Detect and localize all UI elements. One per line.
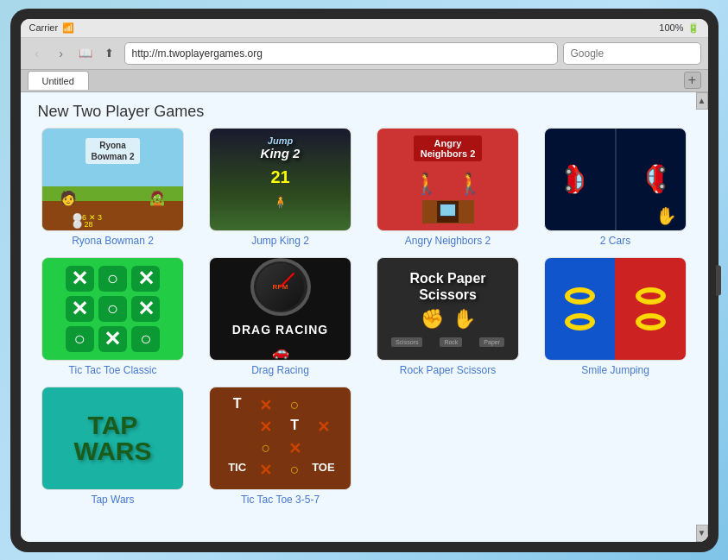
game-title-2-cars: 2 Cars <box>596 235 635 247</box>
game-title-tic-tac-toe-classic: Tic Tac Toe Classic <box>65 364 161 376</box>
game-thumb-tic-tac-toe-357: T ✕ ○ ✕ T ✕ ○ ✕ <box>209 387 351 490</box>
game-title-tic-tac-toe-357: Tic Tac Toe 3-5-7 <box>237 494 324 506</box>
game-title-angry-neighbors-2: Angry Neighbors 2 <box>401 235 495 247</box>
game-thumb-tap-wars: TAPWARS <box>41 387 184 490</box>
carrier-label: Carrier <box>29 22 59 33</box>
share-button[interactable]: ⬆ <box>100 44 119 63</box>
google-search[interactable] <box>563 42 701 65</box>
new-tab-button[interactable]: + <box>684 72 701 89</box>
ipad-screen: Carrier 📶 100% 🔋 ‹ › 📖 ⬆ Untitled + <box>21 19 708 542</box>
game-title-smile-jumping: Smile Jumping <box>577 364 654 376</box>
game-item-tic-tac-toe-357[interactable]: T ✕ ○ ✕ T ✕ ○ ✕ <box>202 387 359 506</box>
game-item-rock-paper-scissors[interactable]: Rock Paper Scissors ✊ ✋ Scissors Rock Pa… <box>370 257 527 376</box>
back-button[interactable]: ‹ <box>28 44 47 63</box>
game-thumb-drag-racing: RPM DRAG RACING 🚗 <box>209 257 351 361</box>
battery-percent: 100% <box>659 22 683 33</box>
ipad-frame: Carrier 📶 100% 🔋 ‹ › 📖 ⬆ Untitled + <box>10 9 719 552</box>
bookmark-button[interactable]: 📖 <box>76 44 95 63</box>
games-grid: RyonaBowman 2 🧑 🧟 ⚪6 ✕ 3 ⚪ 28 Ryona Bowm… <box>21 128 708 519</box>
game-item-ryona-bowman-2[interactable]: RyonaBowman 2 🧑 🧟 ⚪6 ✕ 3 ⚪ 28 Ryona Bowm… <box>35 128 192 247</box>
battery-icon: 🔋 <box>687 22 700 34</box>
section-title: New Two Player Games <box>21 92 708 128</box>
game-item-angry-neighbors-2[interactable]: AngryNeighbors 2 🚶 🚶 Angry Neighbors <box>370 128 527 247</box>
game-item-jump-king-2[interactable]: Jump King 2 21 🧍 Jump King 2 <box>202 128 359 247</box>
game-item-drag-racing[interactable]: RPM DRAG RACING 🚗 Drag Racing <box>202 257 359 376</box>
game-item-tap-wars[interactable]: TAPWARS Tap Wars <box>35 387 192 506</box>
game-item-smile-jumping[interactable]: Smile Jumping <box>537 257 694 376</box>
page-content[interactable]: ▲ New Two Player Games RyonaBowman 2 🧑 🧟 <box>21 92 708 542</box>
status-left: Carrier 📶 <box>29 22 75 34</box>
game-thumb-angry-neighbors-2: AngryNeighbors 2 🚶 🚶 <box>377 128 519 231</box>
game-title-rock-paper-scissors: Rock Paper Scissors <box>396 364 500 376</box>
game-title-tap-wars: Tap Wars <box>86 494 138 506</box>
game-title-drag-racing: Drag Racing <box>247 364 313 376</box>
game-thumb-smile-jumping <box>544 257 687 361</box>
active-tab[interactable]: Untitled <box>28 71 89 90</box>
game-thumb-jump-king-2: Jump King 2 21 🧍 <box>209 128 351 231</box>
game-item-tic-tac-toe-classic[interactable]: ✕ ○ ✕ ✕ ○ ✕ ○ ✕ ○ Tic Tac Toe Classic <box>35 257 192 376</box>
game-thumb-tic-tac-toe-classic: ✕ ○ ✕ ✕ ○ ✕ ○ ✕ ○ <box>41 257 184 361</box>
game-title-jump-king-2: Jump King 2 <box>247 235 313 247</box>
ipad-side-button[interactable] <box>716 265 721 295</box>
status-right: 100% 🔋 <box>659 22 699 34</box>
game-thumb-rock-paper-scissors: Rock Paper Scissors ✊ ✋ Scissors Rock Pa… <box>377 257 519 361</box>
status-bar: Carrier 📶 100% 🔋 <box>21 19 708 38</box>
wifi-icon: 📶 <box>62 22 74 34</box>
scroll-up-button[interactable]: ▲ <box>696 92 708 110</box>
tab-title: Untitled <box>42 76 74 86</box>
browser-toolbar: ‹ › 📖 ⬆ <box>21 38 708 70</box>
forward-button[interactable]: › <box>52 44 71 63</box>
url-bar[interactable] <box>124 42 558 65</box>
game-thumb-2-cars: 🚗 🚗 ✋ <box>544 128 687 231</box>
scroll-down-button[interactable]: ▼ <box>696 525 708 542</box>
game-thumb-ryona-bowman-2: RyonaBowman 2 🧑 🧟 ⚪6 ✕ 3 ⚪ 28 <box>41 128 184 231</box>
game-item-2-cars[interactable]: 🚗 🚗 ✋ 2 Cars <box>537 128 694 247</box>
tab-bar: Untitled + <box>21 70 708 92</box>
new-tab-icon: + <box>688 72 696 88</box>
game-title-ryona-bowman-2: Ryona Bowman 2 <box>67 235 158 247</box>
